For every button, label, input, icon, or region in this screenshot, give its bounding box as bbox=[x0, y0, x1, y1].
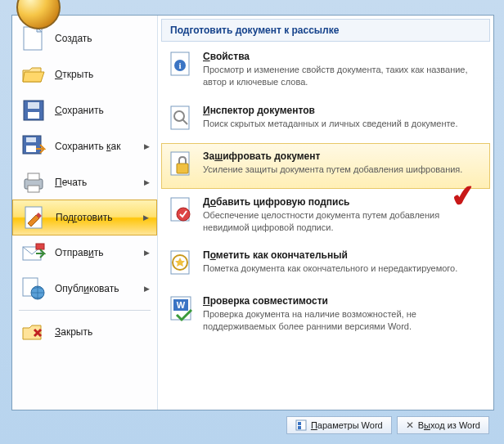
svg-rect-9 bbox=[28, 186, 39, 192]
publish-globe-icon bbox=[20, 276, 47, 302]
sub-desc: Проверка документа на наличие возможност… bbox=[203, 308, 481, 333]
sub-title: Инспектор документов bbox=[203, 105, 481, 116]
sub-title: Добавить цифровую подпись bbox=[203, 196, 481, 208]
svg-text:W: W bbox=[177, 300, 186, 310]
exit-icon: ✕ bbox=[406, 419, 414, 431]
left-menu: Создать Открыть Сохранить Сохранить как … bbox=[12, 16, 158, 410]
menu-label: Сохранить как bbox=[55, 141, 144, 152]
menu-item-save-as[interactable]: Сохранить как ▶ bbox=[12, 128, 157, 164]
menu-item-close[interactable]: Закрыть bbox=[12, 314, 157, 350]
office-menu-panel: Создать Открыть Сохранить Сохранить как … bbox=[11, 15, 494, 410]
new-document-icon bbox=[20, 25, 47, 52]
word-options-button[interactable]: Параметры Word bbox=[286, 416, 392, 434]
svg-rect-2 bbox=[28, 102, 39, 109]
properties-icon: i bbox=[167, 51, 196, 80]
submenu-list: i Свойства Просмотр и изменение свойств … bbox=[158, 43, 493, 342]
svg-rect-3 bbox=[28, 112, 39, 119]
menu-item-publish[interactable]: Опубликовать ▶ bbox=[12, 271, 157, 307]
svg-rect-6 bbox=[26, 146, 36, 152]
floppy-save-as-icon bbox=[20, 133, 47, 159]
sub-desc: Просмотр и изменение свойств документа, … bbox=[203, 64, 481, 88]
prepare-icon bbox=[21, 204, 47, 231]
submenu-arrow-icon: ▶ bbox=[144, 142, 151, 150]
menu-item-open[interactable]: Открыть bbox=[12, 56, 157, 92]
sub-desc: Пометка документа как окончательного и н… bbox=[203, 262, 481, 275]
submenu-arrow-icon: ▶ bbox=[144, 285, 151, 293]
sub-item-compatibility[interactable]: W Проверка совместимости Проверка докуме… bbox=[161, 288, 490, 342]
exit-word-button[interactable]: ✕ Выход из Word bbox=[397, 416, 489, 434]
menu-item-prepare[interactable]: Подготовить ▶ bbox=[12, 200, 157, 235]
svg-rect-31 bbox=[298, 426, 301, 429]
sub-item-encrypt[interactable]: Зашифровать документ Усиление защиты док… bbox=[161, 143, 490, 189]
compatibility-check-icon: W bbox=[167, 295, 196, 325]
svg-rect-21 bbox=[177, 164, 188, 173]
submenu-arrow-icon: ▶ bbox=[144, 178, 151, 186]
sub-title: Пометить как окончательный bbox=[203, 249, 481, 261]
sub-title: Проверка совместимости bbox=[203, 295, 481, 307]
menu-label: Опубликовать bbox=[55, 283, 144, 294]
options-icon bbox=[295, 419, 307, 431]
exit-label: Выход из Word bbox=[418, 420, 480, 430]
submenu-header: Подготовить документ к рассылке bbox=[161, 19, 490, 42]
bottom-bar: Параметры Word ✕ Выход из Word bbox=[11, 413, 494, 437]
inspect-icon bbox=[167, 105, 196, 134]
sub-item-sign[interactable]: Добавить цифровую подпись Обеспечение це… bbox=[161, 189, 490, 243]
sub-title: Зашифровать документ bbox=[203, 150, 481, 162]
sub-desc: Поиск скрытых метаданных и личных сведен… bbox=[203, 118, 481, 130]
sub-desc: Усиление защиты документа путем добавлен… bbox=[203, 164, 481, 176]
svg-rect-8 bbox=[28, 173, 39, 180]
floppy-save-icon bbox=[20, 97, 47, 123]
menu-label: Печать bbox=[55, 177, 144, 188]
svg-rect-5 bbox=[26, 137, 36, 142]
svg-rect-30 bbox=[298, 422, 301, 425]
svg-text:i: i bbox=[178, 61, 181, 70]
send-mail-icon bbox=[20, 240, 47, 266]
mark-final-icon bbox=[167, 249, 196, 279]
options-label: Параметры Word bbox=[311, 420, 383, 430]
menu-label: Закрыть bbox=[55, 326, 151, 338]
sub-item-mark-final[interactable]: Пометить как окончательный Пометка докум… bbox=[161, 242, 490, 288]
close-folder-icon bbox=[20, 319, 47, 345]
sub-desc: Обеспечение целостности документа путем … bbox=[203, 209, 481, 234]
folder-open-icon bbox=[20, 61, 47, 87]
encrypt-lock-icon bbox=[167, 150, 196, 180]
menu-label: Сохранить bbox=[55, 105, 151, 116]
menu-label: Подготовить bbox=[56, 212, 143, 223]
menu-separator bbox=[19, 310, 151, 311]
svg-rect-12 bbox=[36, 244, 44, 249]
menu-label: Отправить bbox=[55, 247, 144, 258]
menu-item-print[interactable]: Печать ▶ bbox=[12, 164, 157, 200]
menu-item-save[interactable]: Сохранить bbox=[12, 92, 157, 128]
menu-label: Открыть bbox=[55, 69, 151, 80]
menu-label: Создать bbox=[55, 33, 151, 44]
sub-item-properties[interactable]: i Свойства Просмотр и изменение свойств … bbox=[161, 43, 490, 97]
submenu-arrow-icon: ▶ bbox=[143, 213, 150, 222]
sub-item-inspect[interactable]: Инспектор документов Поиск скрытых метад… bbox=[161, 97, 490, 143]
sub-title: Свойства bbox=[203, 51, 481, 62]
menu-item-send[interactable]: Отправить ▶ bbox=[12, 235, 157, 271]
submenu-arrow-icon: ▶ bbox=[144, 249, 151, 257]
right-submenu: Подготовить документ к рассылке i Свойст… bbox=[158, 16, 493, 410]
printer-icon bbox=[20, 169, 47, 195]
digital-signature-icon bbox=[167, 196, 196, 226]
